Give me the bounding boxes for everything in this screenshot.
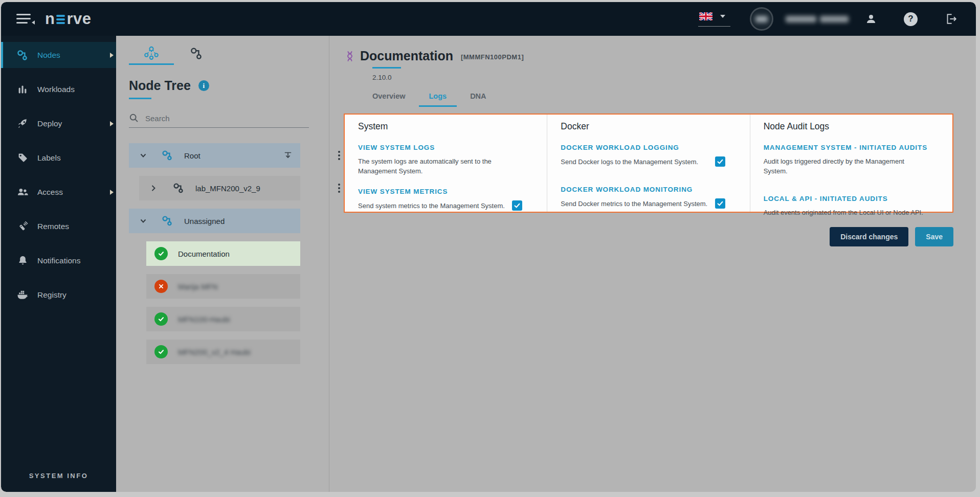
sidebar-item-label: Notifications (37, 256, 80, 265)
tab-dna[interactable]: DNA (470, 92, 486, 107)
tree-row-node[interactable]: Documentation (146, 241, 300, 266)
tree-row-node[interactable]: Marija MFN (146, 274, 300, 299)
tree-row-node[interactable]: MFN200_v2_4 Haubi (146, 340, 300, 364)
user-name-blurred (786, 16, 849, 22)
language-selector[interactable] (698, 9, 730, 27)
tree-row-folder[interactable]: Unassigned (129, 209, 300, 233)
submenu-arrow-icon (110, 53, 114, 58)
tab-node-list[interactable] (174, 42, 219, 65)
tree-view-tabs (116, 36, 329, 65)
logo-text-suffix: rve (66, 10, 91, 28)
node-tree-title: Node Tree (129, 78, 191, 93)
app-window: n rve (1, 2, 976, 492)
tree-node-label: Unassigned (184, 217, 225, 225)
tab-node-tree[interactable] (129, 42, 174, 65)
sidebar-item-deploy[interactable]: Deploy (1, 110, 116, 137)
device-version: 2.10.0 (372, 74, 953, 81)
tree-row-folder[interactable]: lab_MFN200_v2_9 (139, 176, 300, 200)
tree-rows: Root (116, 143, 329, 364)
remotes-icon (16, 220, 29, 233)
docker-workload-monitoring-link[interactable]: DOCKER WORKLOAD MONITORING (561, 186, 693, 193)
pin-tree-icon[interactable] (283, 150, 293, 161)
chevron-right-icon[interactable] (148, 183, 159, 193)
sidebar-item-label: Nodes (37, 51, 60, 60)
folder-node-icon (162, 215, 173, 227)
sidebar: Nodes Workloads (1, 36, 116, 492)
view-system-logs-link[interactable]: VIEW SYSTEM LOGS (358, 144, 435, 151)
sidebar-item-label: Access (37, 188, 63, 197)
docker-logging-checkbox[interactable] (715, 156, 725, 167)
folder-node-icon (162, 150, 173, 161)
status-online-icon (154, 312, 168, 326)
device-tabs: Overview Logs DNA (372, 92, 953, 107)
menu-toggle-icon[interactable] (16, 14, 31, 24)
sidebar-item-notifications[interactable]: Notifications (1, 247, 116, 274)
save-button[interactable]: Save (915, 227, 953, 246)
uk-flag-icon (699, 12, 712, 20)
chevron-down-icon[interactable] (138, 216, 148, 226)
sidebar-item-label: Labels (37, 153, 61, 163)
top-bar: n rve (1, 2, 976, 36)
avatar[interactable] (750, 7, 773, 31)
system-metrics-checkbox[interactable] (512, 200, 522, 211)
nerve-logo: n rve (45, 10, 91, 28)
tree-node-label: lab_MFN200_v2_9 (195, 184, 260, 193)
docker-monitoring-checkbox[interactable] (715, 198, 725, 209)
chevron-down-icon (720, 15, 725, 18)
folder-node-icon (173, 183, 184, 194)
logo-bars-icon (56, 15, 65, 25)
topbar-actions (698, 2, 976, 36)
search-input[interactable] (145, 114, 299, 123)
access-icon (16, 186, 29, 198)
status-error-icon (154, 280, 168, 293)
help-icon[interactable] (904, 12, 918, 26)
management-system-audits-link[interactable]: MANAGEMENT SYSTEM - INITIATED AUDITS (764, 144, 927, 151)
item-description: Send system metrics to the Management Sy… (358, 201, 505, 211)
tree-node-label: Root (184, 151, 201, 160)
tab-logs[interactable]: Logs (429, 92, 447, 107)
submenu-arrow-icon (110, 190, 114, 195)
item-description: Send Docker metrics to the Management Sy… (561, 199, 707, 209)
view-system-metrics-link[interactable]: VIEW SYSTEM METRICS (358, 188, 448, 195)
tab-overview[interactable]: Overview (372, 92, 406, 107)
chevron-down-icon[interactable] (138, 150, 148, 161)
logs-settings-panel-highlighted: System VIEW SYSTEM LOGS The system logs … (344, 114, 953, 213)
profile-icon[interactable] (865, 13, 877, 25)
system-info-link[interactable]: SYSTEM INFO (1, 472, 116, 480)
docker-workload-logging-link[interactable]: DOCKER WORKLOAD LOGGING (561, 144, 679, 151)
item-description: Send Docker logs to the Management Syste… (561, 157, 698, 167)
device-serial: [MMMFN100PDM1] (461, 53, 524, 61)
sidebar-item-label: Workloads (37, 85, 75, 94)
tree-search (129, 113, 309, 128)
title-underline (372, 67, 401, 69)
sidebar-item-remotes[interactable]: Remotes (1, 213, 116, 239)
avatar-initials-blurred (755, 16, 768, 22)
status-online-icon (154, 345, 168, 358)
info-icon[interactable] (198, 80, 209, 91)
tree-node-label: Documentation (178, 250, 230, 258)
content-panel: Documentation [MMMFN100PDM1] 2.10.0 Over… (329, 36, 976, 492)
sidebar-item-labels[interactable]: Labels (1, 145, 116, 171)
notifications-icon (16, 255, 29, 267)
logout-icon[interactable] (944, 12, 957, 26)
item-description: The system logs are automatically sent t… (358, 156, 497, 176)
tree-row-root[interactable]: Root (129, 143, 300, 168)
sidebar-item-label: Remotes (37, 222, 69, 231)
sidebar-item-label: Registry (37, 290, 66, 300)
tree-node-label: Marija MFN (178, 282, 218, 291)
column-heading: System (358, 121, 534, 132)
item-description: Audit events originated from the Local U… (764, 208, 923, 217)
sidebar-item-label: Deploy (37, 119, 62, 128)
action-buttons: Discard changes Save (344, 227, 953, 246)
sidebar-item-nodes[interactable]: Nodes (1, 42, 116, 68)
sidebar-item-workloads[interactable]: Workloads (1, 76, 116, 102)
sidebar-item-access[interactable]: Access (1, 179, 116, 205)
sidebar-item-registry[interactable]: Registry (1, 282, 116, 308)
column-heading: Docker (561, 121, 737, 132)
local-api-audits-link[interactable]: LOCAL & API - INITIATED AUDITS (764, 195, 888, 202)
node-audit-logs-column: Node Audit Logs MANAGEMENT SYSTEM - INIT… (750, 115, 952, 212)
tree-row-node[interactable]: MFN100-Haubi (146, 307, 300, 331)
tree-node-label: MFN200_v2_4 Haubi (178, 348, 251, 356)
dna-icon (344, 50, 356, 62)
discard-changes-button[interactable]: Discard changes (830, 227, 908, 246)
